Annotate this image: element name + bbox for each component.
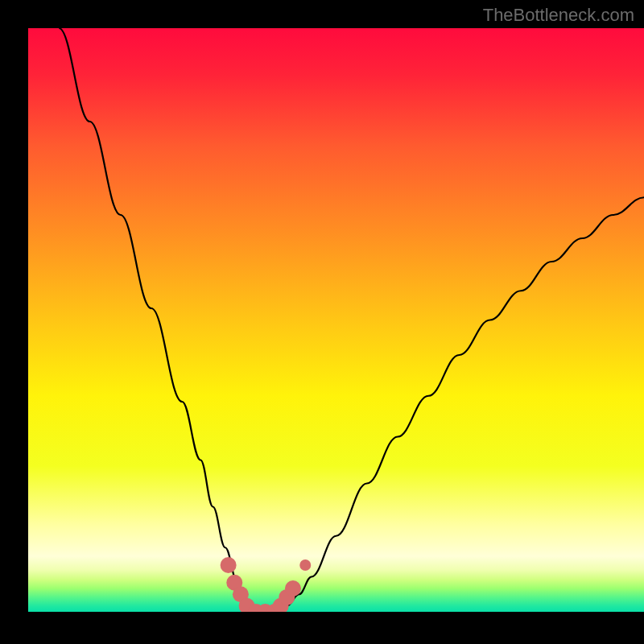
highlight-dot <box>299 559 311 571</box>
highlight-dot <box>221 557 237 573</box>
watermark-label: TheBottleneck.com <box>483 5 634 26</box>
highlight-dot <box>285 580 301 597</box>
bottleneck-chart <box>0 0 644 644</box>
chart-stage: TheBottleneck.com <box>0 0 644 644</box>
gradient-background <box>28 28 644 612</box>
